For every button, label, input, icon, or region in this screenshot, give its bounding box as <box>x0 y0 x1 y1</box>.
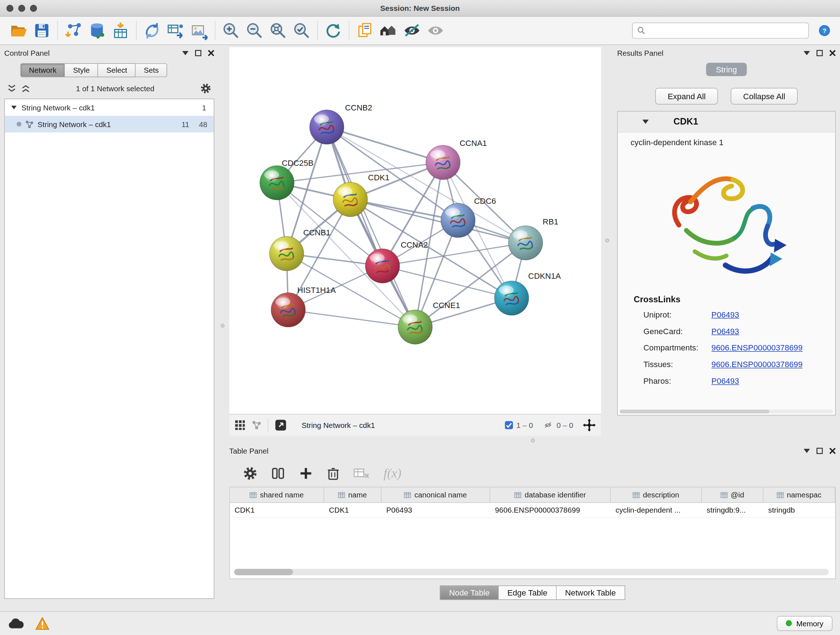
home-button[interactable] <box>377 19 400 42</box>
network-canvas[interactable]: CCNB2CCNA1CDC25BCDK1CDC6RB1CCNB1CCNA2CDK… <box>229 47 601 414</box>
horizontal-splitter-handle[interactable] <box>531 439 535 442</box>
import-table-button[interactable] <box>109 19 133 42</box>
collapse-all-button[interactable]: Collapse All <box>731 88 797 105</box>
table-settings-button[interactable] <box>243 466 257 480</box>
zoom-selected-button[interactable] <box>290 19 313 42</box>
tab-style[interactable]: Style <box>65 63 98 78</box>
delete-table-button[interactable] <box>354 467 369 479</box>
crosslink-link[interactable]: 9606.ENSP00000378699 <box>712 360 803 369</box>
table-cell[interactable]: cyclin-dependent ... <box>611 503 702 517</box>
network-row-selected[interactable]: String Network – cdk1 11 48 <box>5 116 214 133</box>
open-in-new-icon[interactable] <box>275 419 287 431</box>
column-header--id[interactable]: @id <box>702 487 763 502</box>
column-header-shared-name[interactable]: shared name <box>230 487 324 502</box>
close-panel-icon[interactable] <box>829 50 836 57</box>
results-scrollbar[interactable] <box>620 409 833 413</box>
export-image-button[interactable] <box>187 19 211 42</box>
crosslink-link[interactable]: P06493 <box>712 326 739 336</box>
zoom-fit-button[interactable] <box>266 19 290 42</box>
tab-network[interactable]: Network <box>20 63 65 78</box>
table-cell[interactable]: stringdb:9... <box>702 503 763 517</box>
grid-view-icon[interactable] <box>235 420 246 431</box>
chevron-down-icon[interactable] <box>804 448 810 453</box>
crosslink-link[interactable]: P06493 <box>712 377 739 386</box>
column-header-canonical-name[interactable]: canonical name <box>381 487 490 502</box>
hide-panel-button[interactable] <box>400 19 424 42</box>
crosslink-link[interactable]: 9606.ENSP00000378699 <box>712 343 803 352</box>
network-edge[interactable] <box>327 127 415 327</box>
gear-icon[interactable] <box>201 83 211 94</box>
float-panel-icon[interactable] <box>195 50 202 57</box>
expand-all-button[interactable]: Expand All <box>655 88 718 105</box>
window-close-button[interactable] <box>6 5 13 11</box>
import-network-database-button[interactable] <box>85 19 109 42</box>
vertical-splitter-handle[interactable] <box>221 324 224 327</box>
delete-column-button[interactable] <box>327 466 340 480</box>
network-node-rb1[interactable]: RB1 <box>508 217 558 260</box>
column-header-namespac[interactable]: namespac <box>763 487 835 502</box>
network-node-ccne1[interactable]: CCNE1 <box>398 301 460 344</box>
network-node-cdc6[interactable]: CDC6 <box>441 196 496 238</box>
import-network-file-button[interactable] <box>62 19 85 42</box>
cloud-status-button[interactable] <box>8 617 24 629</box>
window-zoom-button[interactable] <box>30 5 37 11</box>
function-builder-button[interactable]: f(x) <box>384 466 401 481</box>
network-node-cdkn1a[interactable]: CDKN1A <box>494 272 561 315</box>
hidden-eye-icon[interactable] <box>543 421 554 429</box>
network-node-cdk1[interactable]: CDK1 <box>333 173 389 217</box>
apply-layout-button[interactable] <box>322 19 345 42</box>
collapse-gene-icon[interactable] <box>643 119 649 124</box>
show-columns-button[interactable] <box>271 466 285 480</box>
open-session-button[interactable] <box>6 19 30 42</box>
tab-node-table[interactable]: Node Table <box>440 585 499 600</box>
tab-edge-table[interactable]: Edge Table <box>499 585 557 600</box>
network-node-hist1h1a[interactable]: HIST1H1A <box>271 286 336 327</box>
vertical-splitter-handle[interactable] <box>605 239 609 242</box>
table-cell[interactable]: CDK1 <box>324 503 381 517</box>
pan-move-icon[interactable] <box>583 419 596 432</box>
column-header-database-identifier[interactable]: database identifier <box>490 487 611 502</box>
table-cell[interactable]: stringdb <box>763 503 835 517</box>
close-panel-icon[interactable] <box>208 50 215 57</box>
tab-select[interactable]: Select <box>98 63 136 78</box>
chevron-down-icon[interactable] <box>182 51 188 55</box>
float-panel-icon[interactable] <box>816 448 823 454</box>
table-cell[interactable]: CDK1 <box>230 503 324 517</box>
window-minimize-button[interactable] <box>18 5 25 11</box>
table-cell[interactable]: 9606.ENSP00000378699 <box>490 503 611 517</box>
network-collection-row[interactable]: String Network – cdk1 1 <box>5 99 214 116</box>
memory-button[interactable]: Memory <box>777 616 832 631</box>
table-horizontal-scrollbar[interactable] <box>234 569 829 575</box>
network-from-table-button[interactable] <box>164 19 187 42</box>
zoom-out-button[interactable] <box>243 19 266 42</box>
expand-all-icon[interactable] <box>21 85 30 92</box>
new-network-button[interactable] <box>141 19 164 42</box>
table-row[interactable]: CDK1CDK1P064939606.ENSP00000378699cyclin… <box>230 503 835 518</box>
tab-sets[interactable]: Sets <box>136 63 167 78</box>
tree-expand-icon[interactable] <box>11 106 17 109</box>
string-tab-badge[interactable]: String <box>706 63 746 76</box>
share-view-icon[interactable] <box>252 420 262 430</box>
search-input[interactable] <box>649 26 804 35</box>
save-session-button[interactable] <box>30 19 54 42</box>
chevron-down-icon[interactable] <box>804 51 810 55</box>
network-node-ccnb1[interactable]: CCNB1 <box>270 228 331 271</box>
crosslink-link[interactable]: P06493 <box>712 310 739 319</box>
zoom-in-button[interactable] <box>219 19 243 42</box>
table-cell[interactable]: P06493 <box>381 503 490 517</box>
network-node-ccna1[interactable]: CCNA1 <box>426 139 487 180</box>
help-button[interactable]: ? <box>815 21 834 40</box>
column-header-name[interactable]: name <box>324 487 381 502</box>
add-column-button[interactable] <box>299 466 313 480</box>
checkbox-icon[interactable] <box>505 421 513 429</box>
float-panel-icon[interactable] <box>816 50 823 57</box>
close-panel-icon[interactable] <box>829 448 836 454</box>
warnings-button[interactable] <box>35 617 50 630</box>
show-panel-button[interactable] <box>424 19 447 42</box>
tab-network-table[interactable]: Network Table <box>556 585 625 600</box>
network-edge[interactable] <box>288 310 415 327</box>
network-edge[interactable] <box>327 127 443 163</box>
copy-document-button[interactable] <box>353 19 377 42</box>
collapse-all-icon[interactable] <box>8 85 16 92</box>
column-header-description[interactable]: description <box>611 487 702 502</box>
